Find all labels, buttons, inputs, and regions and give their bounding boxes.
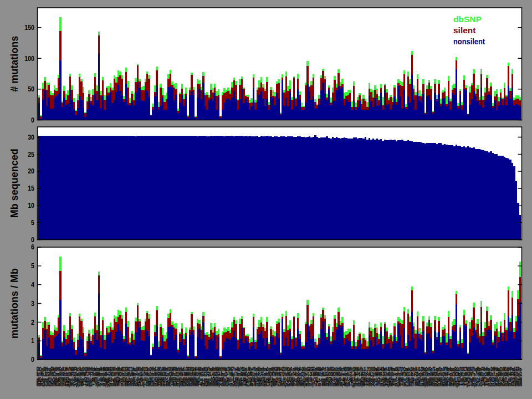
- svg-text:dbSNP: dbSNP: [453, 14, 482, 24]
- svg-text:25: 25: [28, 151, 34, 158]
- svg-text:mutations / Mb: mutations / Mb: [9, 268, 20, 339]
- svg-text:15: 15: [28, 185, 34, 192]
- svg-text:4: 4: [31, 281, 34, 289]
- svg-text:silent: silent: [453, 25, 475, 35]
- svg-text:30: 30: [28, 134, 34, 141]
- svg-text:6: 6: [31, 243, 34, 251]
- svg-text:150: 150: [24, 24, 34, 32]
- svg-text:5: 5: [31, 219, 34, 227]
- svg-text:nonsilent: nonsilent: [453, 37, 485, 46]
- svg-text:#lm8m1|8-1NU2fmHW0JaKtiH-0EEEj: #lm8m1|8-1NU2fmHW0JaKtiH-0EEEjWHiE+g8|1I…: [37, 381, 522, 387]
- svg-text:5: 5: [31, 262, 34, 270]
- svg-text:1: 1: [31, 337, 34, 345]
- svg-text:100: 100: [24, 55, 34, 63]
- svg-text:3: 3: [31, 300, 34, 308]
- svg-text:0: 0: [31, 116, 34, 124]
- svg-text:20: 20: [28, 167, 34, 175]
- svg-text:0: 0: [31, 356, 34, 364]
- svg-text:0: 0: [31, 236, 34, 244]
- svg-text:50: 50: [28, 85, 34, 93]
- svg-text:2: 2: [31, 319, 34, 326]
- svg-text:Mb sequenced: Mb sequenced: [9, 149, 20, 218]
- svg-text:10: 10: [28, 202, 34, 209]
- svg-text:# mutations: # mutations: [9, 36, 20, 92]
